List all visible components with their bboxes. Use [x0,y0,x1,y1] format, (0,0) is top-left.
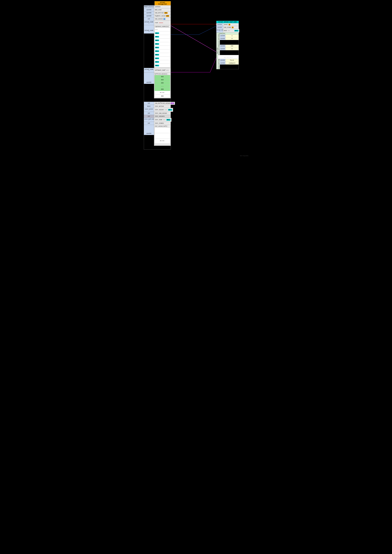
null-badge-3: NULL [155,40,159,41]
row-iter-values-buf: uint64 iter_values_buf[] ••• [144,125,171,149]
rightmost-cell-9: NULL [154,60,170,64]
name-iter-values-buf: iter_values_buf[] ••• [154,125,171,146]
row-iter-itemno: int iter_itemno [144,122,171,125]
item-row-first: uint64 first [220,59,239,62]
leaf-row-level: uint64 level 0 [216,23,239,26]
leaf-item-group-1: struct leaf_item uint64 1 uint64 0 [218,35,239,45]
iter-values-buf-label: iter_values_buf[] [154,125,167,127]
rightmost-cell-2: NULL [154,35,170,39]
item-row-codeword: uint64 codeword [220,62,239,64]
leaf-item-group-last: struct leaf_item uint64 first uint64 cod… [218,59,239,69]
name-iter-num-values: iter_num_values [154,112,171,115]
item-val-3: 242 [225,45,239,47]
type-intset-root: intset_node * [144,21,154,25]
badge-num-levels: 1 [163,18,165,20]
name-mem-used: mem_used [154,8,171,11]
buf-cell-485: 485 [154,81,170,85]
type-uint64-bv: uint64 [144,73,154,84]
label-struct-leaf-item-2: struct leaf_item [218,45,220,55]
item-row-2: uint64 0 [220,37,239,40]
svg-line-1 [168,24,218,53]
leaf-name-level: level 0 [223,23,239,26]
ivb-cell-dots: ••• [154,139,170,143]
leaf-name-num-items: num_items 2 [223,26,239,29]
rightmost-cell-4: NULL [154,42,170,46]
null-badge-2: NULL [155,36,159,37]
item-val-codeword: codeword [225,62,239,64]
item-type-4: uint64 [220,48,225,50]
leaf-item-group-2: struct leaf_item uint64 242 uint64 0 [218,45,239,55]
items-section: leaf_item items[64] struct leaf_item uin… [216,33,239,69]
leaf-type-level: uint64 [216,23,223,26]
leaf-type-next: intset_leaf_node * [216,29,223,33]
type-uint64-ivb: uint64 [144,125,154,135]
null-badge-10: NULL [155,65,159,66]
leaf-type-num-items: uint64 [216,26,223,29]
leaf-row-num-items: uint64 num_items 2 [216,26,239,29]
items-title: items[64] [218,33,239,35]
integer-set-struct: struct IntegerSet MemoryContext context … [144,1,171,149]
row-leftmost-leaf: intset_node * leftmost_leaf [144,68,171,73]
type-bool-ia: bool [144,105,154,108]
item-type-first: uint64 [220,59,225,62]
name-context: context [154,5,171,8]
type-int-nl: int [144,18,154,21]
name-num-levels: num_levels 1 [154,18,171,21]
row-iter-values: const uint64 * iter_values NULL [144,108,171,112]
buffered-values-label: buffered_values[] [154,73,167,75]
null-badge-7: NULL [155,54,159,56]
buf-cell-dots: ••• [154,91,170,95]
null-next: NULL [234,30,238,31]
name-iter-active: iter_active [154,105,171,108]
name-num-buffered: num_buffered_values 118 [154,102,175,105]
ivb-cell-1 [154,128,170,133]
leaf-node-struct: struct intset_leaf_node uint64 level 0 u… [216,21,239,69]
row-buffered-values: uint64 buffered_values[] 483 484 485 ...… [144,73,171,102]
ivb-cell-2 [154,133,170,139]
null-badge-6: NULL [155,50,159,52]
buf-cell-600: 600 [154,88,170,91]
row-mem-used: uint64 mem_used [144,8,171,11]
type-intset-ll: intset_node * [144,68,154,72]
rightmost-cell-5: NULL [154,46,170,49]
rightmost-cell-8: NULL [154,57,170,60]
item-row-3: uint64 242 [220,45,239,48]
watermark: GBN #huppnm001 [240,155,249,156]
null-badge-8: NULL [155,57,159,59]
row-num-buffered: int num_buffered_values 118 [144,102,171,105]
row-num-levels: int num_levels 1 [144,18,171,21]
row-rightmost-nodes: intset_node * rightmost_nodes[11] NULL N… [144,25,171,68]
row-context: MemoryContext context [144,5,171,8]
type-memorycontent: MemoryContext [144,5,154,8]
name-leftmost-leaf: leftmost_leaf [154,68,171,72]
item-val-1: 1 [225,35,239,37]
name-rightmost-nodes: rightmost_nodes[11] NULL NULL NULL NULL … [154,25,171,68]
integer-set-title: struct IntegerSet [154,1,171,5]
badge-highest-value: 600 [166,15,169,17]
leaf-node-title: struct intset_leaf_node [216,21,239,23]
type-uint64-hv: uint64 [144,14,154,17]
item-type-2: uint64 [220,37,225,40]
name-buffered-values: buffered_values[] 483 484 485 ... 600 ••… [154,73,171,98]
name-iter-values: iter_values NULL [154,108,173,112]
type-uint64-ne: uint64 [144,11,154,14]
row-iter-valueno: int iter_valueno [144,115,171,118]
null-badge-9: NULL [155,61,159,63]
buf-cell-483: 483 [154,75,170,78]
rightmost-cell-10: NULL [154,64,170,67]
name-iter-itemno: iter_itemno [154,122,171,125]
rightmost-cell-7: NULL [154,53,170,57]
name-iter-valueno: iter_valueno [154,115,171,118]
leaf-item-last-rows: uint64 first uint64 codeword [220,59,239,69]
badge-num-entries: 600 [164,12,168,14]
rightmost-cell-0 [154,28,170,31]
buf-cell-484: 484 [154,78,170,81]
buf-cell-ellipsis: ... [154,85,170,88]
row-iter-node: intst_leaf_node * iter_node NULL [144,118,171,122]
row-root: intset_node * root [144,21,171,25]
type-int-iio: int [144,122,154,125]
rightmost-cell-1: NULL [154,31,170,35]
item-val-2: 0 [225,37,239,40]
badge-level: 0 [229,24,231,25]
leaf-item-1-rows: uint64 1 uint64 0 [220,35,239,45]
